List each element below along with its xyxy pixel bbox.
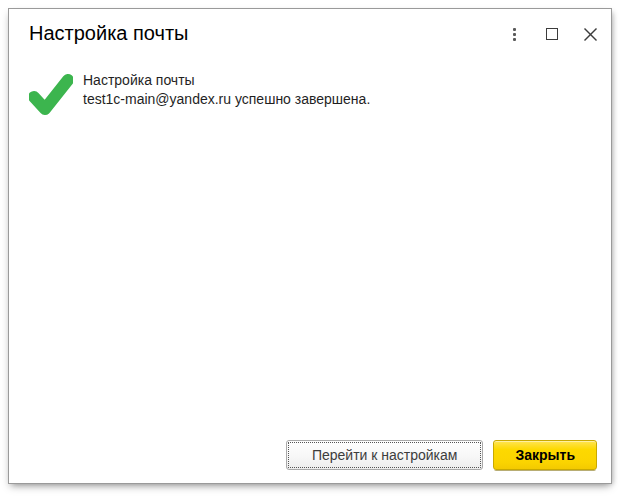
close-icon[interactable] [571,16,609,52]
title-bar: Настройка почты [9,9,611,59]
window-controls [495,9,611,59]
maximize-icon[interactable] [533,16,571,52]
status-message-line1: Настройка почты [83,71,370,90]
go-to-settings-button[interactable]: Перейти к настройкам [286,440,484,470]
dialog-window: Настройка почты Настройка почты test1c-m… [8,8,612,484]
close-button[interactable]: Закрыть [493,440,597,470]
status-message-row: Настройка почты test1c-main@yandex.ru ус… [29,64,370,118]
success-checkmark-icon [29,70,73,118]
status-message-line2: test1c-main@yandex.ru успешно завершена. [83,90,370,109]
footer-button-bar: Перейти к настройкам Закрыть [286,440,597,470]
dialog-title: Настройка почты [29,22,188,45]
more-options-icon[interactable] [495,16,533,52]
status-message: Настройка почты test1c-main@yandex.ru ус… [83,71,370,109]
